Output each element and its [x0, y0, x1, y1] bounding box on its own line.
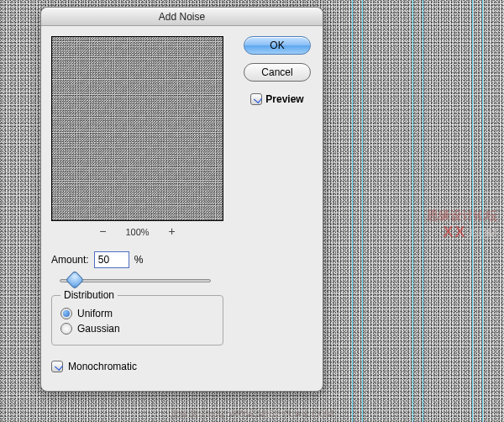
uniform-radio[interactable]	[60, 308, 72, 319]
gaussian-radio[interactable]	[60, 323, 72, 335]
noise-preview[interactable]	[51, 36, 223, 221]
monochromatic-label: Monochromatic	[68, 361, 137, 372]
preview-label: Preview	[265, 93, 303, 105]
preview-checkbox[interactable]	[250, 93, 262, 105]
dialog-title[interactable]: Add Noise	[41, 8, 323, 26]
distribution-fieldset: Distribution Uniform Gaussian	[51, 295, 223, 346]
amount-slider[interactable]	[60, 273, 211, 288]
amount-slider-thumb[interactable]	[66, 271, 85, 290]
amount-suffix: %	[134, 254, 144, 266]
zoom-controls: − 100% +	[51, 224, 223, 238]
distribution-legend: Distribution	[60, 289, 118, 301]
amount-row: Amount: %	[51, 251, 143, 268]
guide-line[interactable]	[482, 0, 483, 422]
ok-button[interactable]: OK	[244, 36, 311, 55]
zoom-percent: 100%	[113, 227, 163, 237]
amount-input[interactable]	[94, 251, 129, 268]
dialog-body: − 100% + OK Cancel Preview Amount: % Dis…	[41, 26, 323, 391]
uniform-label: Uniform	[77, 308, 113, 319]
cancel-button[interactable]: Cancel	[244, 63, 311, 82]
preview-checkbox-row[interactable]: Preview	[250, 93, 303, 105]
guide-line[interactable]	[423, 0, 423, 422]
monochromatic-checkbox[interactable]	[51, 361, 63, 372]
guide-line[interactable]	[412, 0, 413, 422]
dialog-button-column: OK Cancel Preview	[240, 36, 314, 105]
zoom-in-button[interactable]: +	[165, 224, 179, 238]
guide-line[interactable]	[352, 0, 353, 422]
guide-line[interactable]	[472, 0, 473, 422]
gaussian-label: Gaussian	[77, 323, 120, 335]
amount-label: Amount:	[51, 254, 89, 266]
add-noise-dialog: Add Noise − 100% + OK Cancel Preview Amo…	[40, 7, 323, 392]
uniform-radio-row[interactable]: Uniform	[60, 308, 214, 319]
guide-line[interactable]	[362, 0, 363, 422]
zoom-out-button[interactable]: −	[96, 224, 109, 238]
monochromatic-row[interactable]: Monochromatic	[51, 361, 137, 372]
gaussian-radio-row[interactable]: Gaussian	[60, 323, 214, 335]
